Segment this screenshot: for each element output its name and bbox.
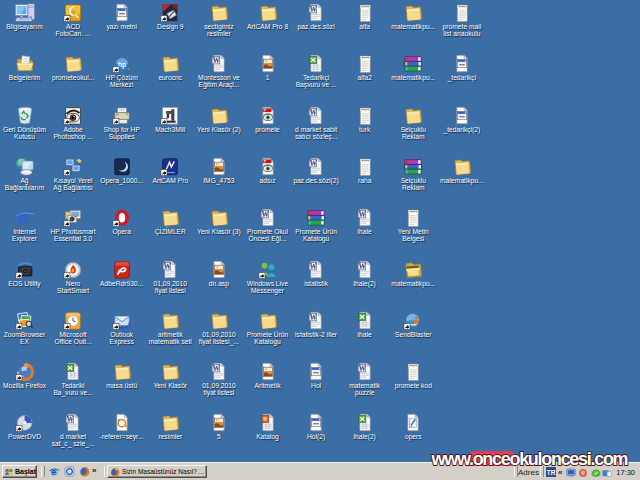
desktop-icon-1[interactable]: 1: [244, 54, 292, 81]
desktop-icon-dn-asp[interactable]: dn.asp: [195, 260, 243, 287]
desktop-icon-tedarik-i[interactable]: _tedarikçi: [438, 54, 486, 81]
desktop-icon-ihale-2[interactable]: ihale(2): [341, 413, 389, 440]
desktop-icon-turk[interactable]: turk: [341, 106, 389, 133]
desktop-icon-paz-des-s-zl-2[interactable]: Wpaz.des.sözl(2): [292, 157, 340, 184]
desktop-icon-opera[interactable]: Opera: [98, 208, 146, 235]
quick-launch-overflow-chevron[interactable]: »: [92, 466, 96, 475]
desktop-icon-artcam-pro-8[interactable]: ArtCAM Pro 8: [244, 3, 292, 30]
desktop-icon-opera-1000[interactable]: Opera_1000...: [98, 157, 146, 184]
desktop-icon-internet-explorer[interactable]: eInternetExplorer: [1, 208, 49, 242]
desktop-icon-matematikpu[interactable]: matematikpu...: [389, 54, 437, 81]
desktop-icon-sendblaster[interactable]: SendBlaster: [389, 311, 437, 338]
desktop-icon-yeni-metin-belgesi[interactable]: Yeni MetinBelgesi: [389, 208, 437, 242]
desktop-icon-acd-fotocan[interactable]: ACDFotoCan. ...: [49, 3, 97, 37]
desktop-icon-geri-d-n-m-kutusu[interactable]: Geri DönüşümKutusu: [1, 106, 49, 140]
desktop-icon-sectigimiz-resimler[interactable]: sectigimizresimler: [195, 3, 243, 37]
desktop-icon-d-market-sat-c-szle[interactable]: Wd marketsat_c_ szle_...: [49, 413, 97, 447]
quick-launch-media-player[interactable]: [64, 466, 75, 477]
desktop-icon-sel-uklu-reklam[interactable]: SelçukluReklam: [389, 157, 437, 191]
desktop-icon-ihale[interactable]: Wihale: [341, 208, 389, 235]
desktop-icon-adobe-photoshop[interactable]: AdobePhotoshop ...: [49, 106, 97, 140]
desktop-icon-aritmetik[interactable]: Aritmetik: [244, 362, 292, 389]
desktop-icon-hol-2[interactable]: Hol(2): [292, 413, 340, 440]
desktop-icon-belgelerim[interactable]: Belgelerim: [1, 54, 49, 81]
desktop-icon-mozilla-firefox[interactable]: Mozilla Firefox: [1, 362, 49, 389]
messenger-icon: [257, 260, 279, 279]
ppt-doc-icon: [257, 413, 279, 432]
quick-launch-grip[interactable]: [41, 466, 45, 477]
desktop-icon-shop-for-hp-supplies[interactable]: Shop for HPSupplies: [98, 106, 146, 140]
desktop-icon-montessori-ve-e-itim-ara-l[interactable]: WMontessori veEğitim Araçl...: [195, 54, 243, 88]
desktop-icon-tedarik-i-ba-vuru-ve[interactable]: TedarikçiBaşvuru ve ...: [292, 54, 340, 88]
desktop-icon-sel-uklu-reklam[interactable]: SelçukluReklam: [389, 106, 437, 140]
desktop-icon-mach3mill[interactable]: Mach3Mill: [146, 106, 194, 133]
desktop-icon-tedarik-i-2[interactable]: _tedarikçi(2): [438, 106, 486, 133]
desktop-icon-istatistik[interactable]: Wistatistik: [292, 260, 340, 287]
desktop-icon-prometeokul[interactable]: prometeokul...: [49, 54, 97, 81]
desktop-icon-label: Yeni Klasör (3): [195, 228, 243, 235]
desktop-icon-matematikpu[interactable]: matematikpu...: [389, 3, 437, 30]
desktop-icon-outlook-express[interactable]: OutlookExpress: [98, 311, 146, 345]
desktop-icon-yeni-klas-r-3[interactable]: Yeni Klasör (3): [195, 208, 243, 235]
desktop-icon-alfa[interactable]: alfa: [341, 3, 389, 30]
desktop-icon-eurocnc[interactable]: eurocnc: [146, 54, 194, 81]
desktop-icon-microsoft-office-outl[interactable]: MicrosoftOffice Outl...: [49, 311, 97, 345]
desktop-icon-istatistik-2-iller[interactable]: Wistatistik-2 iller: [292, 311, 340, 338]
desktop-icon-promete-r-n-katalogu[interactable]: Promete ÜrünKatalogu: [244, 311, 292, 345]
desktop-icon-masa-st[interactable]: masa üstü: [98, 362, 146, 389]
desktop-icon-i-zi-mler[interactable]: ÇİZİMLER: [146, 208, 194, 235]
desktop-icon-k-sayol-yerel-a-ba-lant-s[interactable]: Kısayol YerelAğ Bağlantısı: [49, 157, 97, 191]
desktop-icon-referer-seyr[interactable]: -referer=seyr...: [98, 413, 146, 440]
desktop-icon-yeni-klas-r[interactable]: Yeni Klasör: [146, 362, 194, 389]
desktop-icon-matematikpu[interactable]: matematikpu...: [389, 260, 437, 287]
desktop-icon-yaz-metni[interactable]: yazı metni: [98, 3, 146, 30]
desktop-icon-hol[interactable]: Hol: [292, 362, 340, 389]
desktop-icon-hp-photosmart-essential-3-0[interactable]: HP PhotosmartEssential 3.0: [49, 208, 97, 242]
desktop-icon-opers[interactable]: opers: [389, 413, 437, 440]
desktop-icon-img-4753[interactable]: IMG_4753: [195, 157, 243, 184]
desktop-icon-matematikpu[interactable]: matematikpu...: [438, 157, 486, 184]
desktop-icon-powerdvd[interactable]: PowerDVD: [1, 413, 49, 440]
desktop-icon-01-09-2010-fiyat-listesi[interactable]: W01,09,2010fiyat listesi: [146, 260, 194, 294]
desktop-icon-01-09-2010-fiyat-listesi[interactable]: 01,09,2010fiyat listesi_...: [195, 311, 243, 345]
task-button[interactable]: Sizin Masaüstünüz Nasıl? ...: [107, 465, 207, 478]
desktop-icon-01-09-2010-fiyat-listesi[interactable]: W01,09,2010fiyat listesi: [195, 362, 243, 396]
quick-launch-firefox[interactable]: [79, 466, 90, 477]
desktop-icon-tedariki-ba-vuru-ve[interactable]: TedarikiBa_vuru ve...: [49, 362, 97, 396]
desktop-icon-label: 01,09,2010fiyat listesi: [195, 382, 243, 396]
desktop-icon-promete-r-n-katalogu[interactable]: Promete ÜrünKatalogu: [292, 208, 340, 242]
desktop-icon-5[interactable]: 5: [195, 413, 243, 440]
desktop-icon-eos-utility[interactable]: EOS Utility: [1, 260, 49, 287]
desktop-icon-d-market-sabit-sat-c-s-zle[interactable]: Wd market sabitsatıcı sözleş...: [292, 106, 340, 140]
desktop-icon-resimler[interactable]: resimler: [146, 413, 194, 440]
desktop-icon-artcam-pro[interactable]: ArtCAM Pro: [146, 157, 194, 184]
desktop-icon-aritmetik-matematik-seti[interactable]: aritmetikmatematik seti: [146, 311, 194, 345]
firefox-icon: [110, 467, 120, 477]
desktop-icon-ads-z[interactable]: adsız: [244, 157, 292, 184]
desktop-icon-promete[interactable]: promete: [244, 106, 292, 133]
desktop-icon-windows-live-messenger[interactable]: Windows LiveMessenger: [244, 260, 292, 294]
firefox-icon: [79, 466, 90, 477]
desktop-icon-alfa2[interactable]: alfa2: [341, 54, 389, 81]
desktop-icon-nero-startsmart[interactable]: NeroStartSmart: [49, 260, 97, 294]
desktop-icon-design-9[interactable]: Design 9: [146, 3, 194, 30]
desktop-icon-zoombrowser-ex[interactable]: ZoomBrowserEX: [1, 311, 49, 345]
quick-launch-internet-explorer[interactable]: e: [49, 466, 60, 477]
desktop-icon-matematik-puzzle[interactable]: Wmatematikpuzzle: [341, 362, 389, 396]
desktop-icon-raha[interactable]: raha: [341, 157, 389, 184]
desktop-icon-promete-mail-list-anaokulu[interactable]: promete maillist anaokulu: [438, 3, 486, 37]
shortcut-arrow-icon: [111, 106, 133, 125]
desktop-icon-adberdr930[interactable]: AdbeRdr930...: [98, 260, 146, 287]
desktop-icon-promete-okul-ncesi-e-i[interactable]: WPromete OkulÖncesi Eği...: [244, 208, 292, 242]
start-button[interactable]: Başlat: [2, 465, 37, 478]
desktop-icon-katalog[interactable]: Katalog: [244, 413, 292, 440]
desktop-icon-a-ba-lant-lar-m[interactable]: AğBağlantılarım: [1, 157, 49, 191]
desktop-icon-hp-z-m-merkezi[interactable]: hpHP ÇözümMerkezi: [98, 54, 146, 88]
desktop-icon-ihale-2[interactable]: Wihale(2): [341, 260, 389, 287]
desktop-icon-ihale[interactable]: ihale: [341, 311, 389, 338]
desktop-icon-promete-kod[interactable]: promete kod: [389, 362, 437, 389]
desktop-icon-paz-des-s-zl[interactable]: Wpaz.des.sözl: [292, 3, 340, 30]
desktop-icon-bilgisayar-m[interactable]: Bilgisayarım: [1, 3, 49, 30]
desktop[interactable]: BilgisayarımACDFotoCan. ...yazı metniDes…: [0, 0, 640, 462]
desktop-icon-yeni-klas-r-2[interactable]: Yeni Klasör (2): [195, 106, 243, 133]
